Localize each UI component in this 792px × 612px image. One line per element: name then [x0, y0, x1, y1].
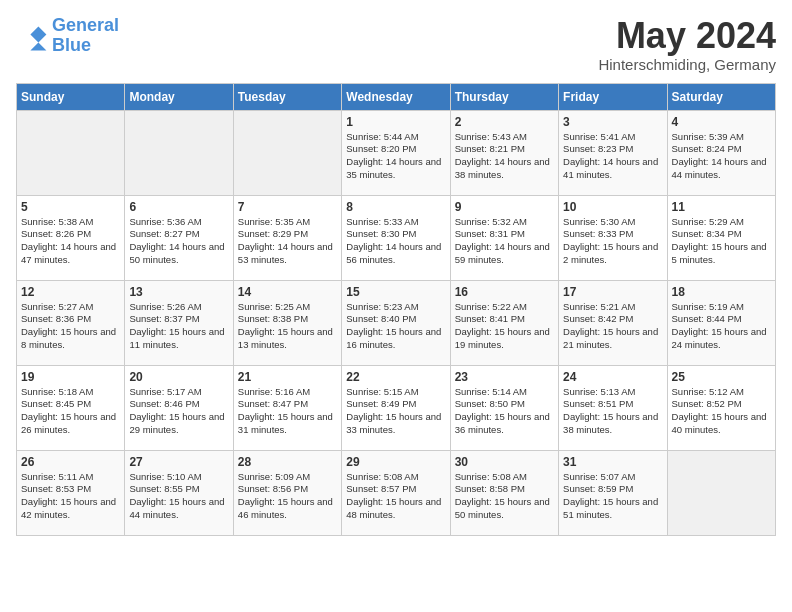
calendar-cell: 20Sunrise: 5:17 AM Sunset: 8:46 PM Dayli… [125, 365, 233, 450]
weekday-header-saturday: Saturday [667, 83, 775, 110]
calendar-cell: 26Sunrise: 5:11 AM Sunset: 8:53 PM Dayli… [17, 450, 125, 535]
day-number: 5 [21, 200, 120, 214]
day-number: 11 [672, 200, 771, 214]
day-info: Sunrise: 5:10 AM Sunset: 8:55 PM Dayligh… [129, 471, 228, 522]
day-number: 28 [238, 455, 337, 469]
day-info: Sunrise: 5:35 AM Sunset: 8:29 PM Dayligh… [238, 216, 337, 267]
calendar-cell: 8Sunrise: 5:33 AM Sunset: 8:30 PM Daylig… [342, 195, 450, 280]
day-info: Sunrise: 5:17 AM Sunset: 8:46 PM Dayligh… [129, 386, 228, 437]
day-info: Sunrise: 5:44 AM Sunset: 8:20 PM Dayligh… [346, 131, 445, 182]
day-number: 2 [455, 115, 554, 129]
day-info: Sunrise: 5:21 AM Sunset: 8:42 PM Dayligh… [563, 301, 662, 352]
calendar-table: SundayMondayTuesdayWednesdayThursdayFrid… [16, 83, 776, 536]
weekday-header-thursday: Thursday [450, 83, 558, 110]
page-header: General Blue May 2024 Hinterschmiding, G… [16, 16, 776, 73]
calendar-cell: 23Sunrise: 5:14 AM Sunset: 8:50 PM Dayli… [450, 365, 558, 450]
day-number: 22 [346, 370, 445, 384]
calendar-cell [17, 110, 125, 195]
calendar-cell: 30Sunrise: 5:08 AM Sunset: 8:58 PM Dayli… [450, 450, 558, 535]
calendar-cell: 22Sunrise: 5:15 AM Sunset: 8:49 PM Dayli… [342, 365, 450, 450]
day-info: Sunrise: 5:16 AM Sunset: 8:47 PM Dayligh… [238, 386, 337, 437]
location-subtitle: Hinterschmiding, Germany [598, 56, 776, 73]
day-info: Sunrise: 5:26 AM Sunset: 8:37 PM Dayligh… [129, 301, 228, 352]
day-number: 25 [672, 370, 771, 384]
day-info: Sunrise: 5:08 AM Sunset: 8:58 PM Dayligh… [455, 471, 554, 522]
title-block: May 2024 Hinterschmiding, Germany [598, 16, 776, 73]
calendar-cell: 24Sunrise: 5:13 AM Sunset: 8:51 PM Dayli… [559, 365, 667, 450]
day-info: Sunrise: 5:22 AM Sunset: 8:41 PM Dayligh… [455, 301, 554, 352]
day-number: 4 [672, 115, 771, 129]
day-info: Sunrise: 5:09 AM Sunset: 8:56 PM Dayligh… [238, 471, 337, 522]
day-number: 21 [238, 370, 337, 384]
day-info: Sunrise: 5:41 AM Sunset: 8:23 PM Dayligh… [563, 131, 662, 182]
day-info: Sunrise: 5:30 AM Sunset: 8:33 PM Dayligh… [563, 216, 662, 267]
day-info: Sunrise: 5:43 AM Sunset: 8:21 PM Dayligh… [455, 131, 554, 182]
calendar-cell: 9Sunrise: 5:32 AM Sunset: 8:31 PM Daylig… [450, 195, 558, 280]
weekday-header-friday: Friday [559, 83, 667, 110]
day-number: 3 [563, 115, 662, 129]
day-info: Sunrise: 5:11 AM Sunset: 8:53 PM Dayligh… [21, 471, 120, 522]
calendar-cell: 16Sunrise: 5:22 AM Sunset: 8:41 PM Dayli… [450, 280, 558, 365]
day-info: Sunrise: 5:23 AM Sunset: 8:40 PM Dayligh… [346, 301, 445, 352]
day-info: Sunrise: 5:29 AM Sunset: 8:34 PM Dayligh… [672, 216, 771, 267]
week-row-4: 19Sunrise: 5:18 AM Sunset: 8:45 PM Dayli… [17, 365, 776, 450]
day-info: Sunrise: 5:19 AM Sunset: 8:44 PM Dayligh… [672, 301, 771, 352]
calendar-cell: 6Sunrise: 5:36 AM Sunset: 8:27 PM Daylig… [125, 195, 233, 280]
day-number: 10 [563, 200, 662, 214]
day-number: 30 [455, 455, 554, 469]
logo-text: General Blue [52, 16, 119, 56]
logo: General Blue [16, 16, 119, 56]
day-info: Sunrise: 5:38 AM Sunset: 8:26 PM Dayligh… [21, 216, 120, 267]
week-row-5: 26Sunrise: 5:11 AM Sunset: 8:53 PM Dayli… [17, 450, 776, 535]
weekday-header-tuesday: Tuesday [233, 83, 341, 110]
day-number: 18 [672, 285, 771, 299]
day-info: Sunrise: 5:14 AM Sunset: 8:50 PM Dayligh… [455, 386, 554, 437]
calendar-cell: 3Sunrise: 5:41 AM Sunset: 8:23 PM Daylig… [559, 110, 667, 195]
day-info: Sunrise: 5:07 AM Sunset: 8:59 PM Dayligh… [563, 471, 662, 522]
logo-icon [16, 20, 48, 52]
weekday-header-monday: Monday [125, 83, 233, 110]
day-number: 20 [129, 370, 228, 384]
day-number: 8 [346, 200, 445, 214]
logo-line2: Blue [52, 36, 119, 56]
day-info: Sunrise: 5:15 AM Sunset: 8:49 PM Dayligh… [346, 386, 445, 437]
calendar-cell: 13Sunrise: 5:26 AM Sunset: 8:37 PM Dayli… [125, 280, 233, 365]
calendar-cell: 19Sunrise: 5:18 AM Sunset: 8:45 PM Dayli… [17, 365, 125, 450]
weekday-header-sunday: Sunday [17, 83, 125, 110]
calendar-cell: 10Sunrise: 5:30 AM Sunset: 8:33 PM Dayli… [559, 195, 667, 280]
day-number: 24 [563, 370, 662, 384]
day-info: Sunrise: 5:27 AM Sunset: 8:36 PM Dayligh… [21, 301, 120, 352]
day-number: 9 [455, 200, 554, 214]
calendar-cell: 15Sunrise: 5:23 AM Sunset: 8:40 PM Dayli… [342, 280, 450, 365]
calendar-cell: 17Sunrise: 5:21 AM Sunset: 8:42 PM Dayli… [559, 280, 667, 365]
calendar-cell: 18Sunrise: 5:19 AM Sunset: 8:44 PM Dayli… [667, 280, 775, 365]
week-row-3: 12Sunrise: 5:27 AM Sunset: 8:36 PM Dayli… [17, 280, 776, 365]
day-info: Sunrise: 5:32 AM Sunset: 8:31 PM Dayligh… [455, 216, 554, 267]
calendar-cell: 5Sunrise: 5:38 AM Sunset: 8:26 PM Daylig… [17, 195, 125, 280]
day-info: Sunrise: 5:25 AM Sunset: 8:38 PM Dayligh… [238, 301, 337, 352]
day-info: Sunrise: 5:13 AM Sunset: 8:51 PM Dayligh… [563, 386, 662, 437]
calendar-cell: 31Sunrise: 5:07 AM Sunset: 8:59 PM Dayli… [559, 450, 667, 535]
day-number: 16 [455, 285, 554, 299]
day-number: 1 [346, 115, 445, 129]
day-number: 23 [455, 370, 554, 384]
weekday-header-wednesday: Wednesday [342, 83, 450, 110]
svg-marker-0 [30, 26, 46, 50]
day-number: 29 [346, 455, 445, 469]
month-title: May 2024 [598, 16, 776, 56]
calendar-cell: 1Sunrise: 5:44 AM Sunset: 8:20 PM Daylig… [342, 110, 450, 195]
day-number: 12 [21, 285, 120, 299]
day-number: 27 [129, 455, 228, 469]
day-number: 13 [129, 285, 228, 299]
day-number: 26 [21, 455, 120, 469]
day-info: Sunrise: 5:18 AM Sunset: 8:45 PM Dayligh… [21, 386, 120, 437]
day-info: Sunrise: 5:08 AM Sunset: 8:57 PM Dayligh… [346, 471, 445, 522]
day-info: Sunrise: 5:12 AM Sunset: 8:52 PM Dayligh… [672, 386, 771, 437]
calendar-cell: 28Sunrise: 5:09 AM Sunset: 8:56 PM Dayli… [233, 450, 341, 535]
day-number: 17 [563, 285, 662, 299]
day-number: 7 [238, 200, 337, 214]
day-number: 14 [238, 285, 337, 299]
calendar-cell: 12Sunrise: 5:27 AM Sunset: 8:36 PM Dayli… [17, 280, 125, 365]
calendar-cell: 27Sunrise: 5:10 AM Sunset: 8:55 PM Dayli… [125, 450, 233, 535]
week-row-1: 1Sunrise: 5:44 AM Sunset: 8:20 PM Daylig… [17, 110, 776, 195]
